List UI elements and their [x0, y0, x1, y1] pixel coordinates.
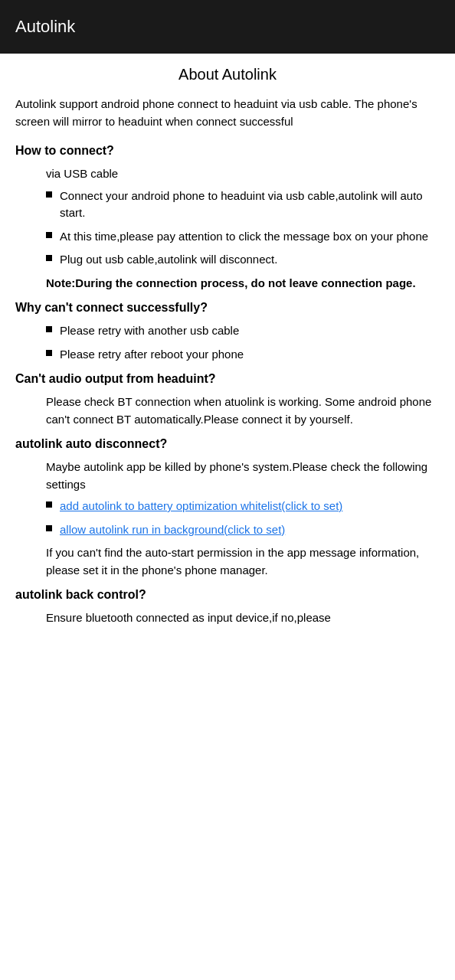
audio-text-block: Please check BT connection when atuolink…: [15, 394, 440, 428]
heading-auto-disconnect: autolink auto disconnect?: [15, 437, 440, 451]
bullet-item: Please retry after reboot your phone: [46, 346, 440, 364]
disconnect-text: Maybe autolink app be killed by phone's …: [46, 459, 440, 493]
bullet-icon: [46, 326, 52, 332]
bullet-connect-1: Connect your android phone to headuint v…: [15, 188, 440, 222]
bullet-retry-1: Please retry with another usb cable: [15, 322, 440, 340]
back-control-block: Ensure bluetooth connected as input devi…: [15, 609, 440, 627]
battery-optimization-link[interactable]: add autolink to battery optimization whi…: [60, 499, 342, 512]
bullet-item: Plug out usb cable,autolink will disconn…: [46, 251, 440, 269]
bullet-text: Connect your android phone to headuint v…: [60, 188, 440, 222]
main-content: About Autolink Autolink support android …: [0, 54, 455, 659]
via-usb-indent: via USB cable: [15, 165, 440, 183]
bullet-item: At this time,please pay attention to cli…: [46, 228, 440, 246]
heading-cant-audio: Can't audio output from headuint?: [15, 372, 440, 386]
bullet-icon: [46, 255, 52, 261]
bullet-icon: [46, 350, 52, 356]
bullet-text: Please retry after reboot your phone: [60, 346, 440, 364]
bullet-item: Connect your android phone to headuint v…: [46, 188, 440, 222]
app-header: Autolink: [0, 0, 455, 54]
background-link-text[interactable]: allow autolink run in background(click t…: [60, 521, 440, 539]
bullet-icon: [46, 501, 52, 508]
bullet-retry-2: Please retry after reboot your phone: [15, 346, 440, 364]
auto-start-text: If you can't find the auto-start permiss…: [46, 544, 440, 579]
note-text: Note:During the connection process, do n…: [46, 276, 416, 289]
bullet-background: allow autolink run in background(click t…: [15, 521, 440, 539]
section-why-cant-connect: Why can't connect successfully? Please r…: [15, 301, 440, 363]
bullet-text: At this time,please pay attention to cli…: [60, 228, 440, 246]
bullet-icon: [46, 525, 52, 531]
bullet-icon: [46, 232, 52, 238]
section-how-to-connect: How to connect? via USB cable Connect yo…: [15, 144, 440, 292]
back-control-text: Ensure bluetooth connected as input devi…: [46, 609, 440, 627]
auto-start-block: If you can't find the auto-start permiss…: [15, 544, 440, 579]
bullet-battery: add autolink to battery optimization whi…: [15, 498, 440, 515]
via-usb-text: via USB cable: [46, 165, 440, 183]
note-block: Note:During the connection process, do n…: [15, 275, 440, 292]
background-run-link[interactable]: allow autolink run in background(click t…: [60, 523, 285, 536]
section-cant-audio: Can't audio output from headuint? Please…: [15, 372, 440, 428]
bullet-item: add autolink to battery optimization whi…: [46, 498, 440, 515]
app-title: Autolink: [15, 17, 75, 37]
heading-back-control: autolink back control?: [15, 588, 440, 602]
bullet-text: Plug out usb cable,autolink will disconn…: [60, 251, 440, 269]
bullet-connect-2: At this time,please pay attention to cli…: [15, 228, 440, 246]
disconnect-text-block: Maybe autolink app be killed by phone's …: [15, 459, 440, 493]
battery-link-text[interactable]: add autolink to battery optimization whi…: [60, 498, 440, 515]
section-back-control: autolink back control? Ensure bluetooth …: [15, 588, 440, 627]
bullet-item: Please retry with another usb cable: [46, 322, 440, 340]
section-auto-disconnect: autolink auto disconnect? Maybe autolink…: [15, 437, 440, 579]
bullet-item: allow autolink run in background(click t…: [46, 521, 440, 539]
intro-paragraph: Autolink support android phone connect t…: [15, 96, 440, 130]
audio-text: Please check BT connection when atuolink…: [46, 394, 440, 428]
bullet-icon: [46, 191, 52, 198]
bullet-connect-3: Plug out usb cable,autolink will disconn…: [15, 251, 440, 269]
heading-why-cant-connect: Why can't connect successfully?: [15, 301, 440, 315]
page-title: About Autolink: [15, 66, 440, 83]
bullet-text: Please retry with another usb cable: [60, 322, 440, 340]
heading-how-to-connect: How to connect?: [15, 144, 440, 158]
